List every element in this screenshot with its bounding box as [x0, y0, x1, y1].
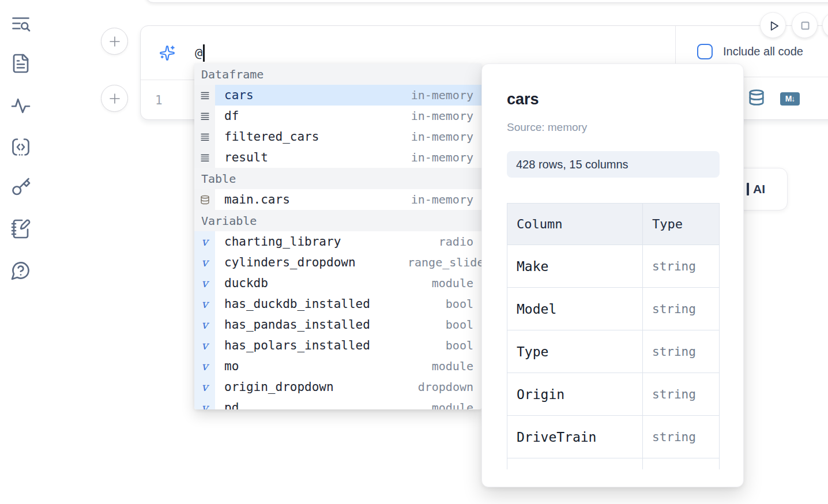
dataframe-icon: [194, 126, 215, 147]
autocomplete-item-main.cars[interactable]: main.carsin-memory: [194, 189, 481, 210]
activity-icon[interactable]: [10, 95, 31, 115]
autocomplete-item-type: module: [432, 401, 481, 409]
autocomplete-item-name: cars: [224, 88, 254, 102]
dataframe-icon: [194, 106, 215, 126]
autocomplete-item-type: bool: [446, 338, 481, 352]
schema-column-name: Make: [507, 245, 643, 288]
add-cell-above-button[interactable]: [101, 28, 128, 55]
schema-column-type: string: [643, 330, 720, 373]
autocomplete-item-cars[interactable]: carsin-memory: [194, 85, 481, 106]
schema-column-type: string: [643, 288, 720, 330]
autocomplete-item-name: has_duckdb_installed: [224, 297, 370, 311]
schema-row: Makestring: [507, 245, 720, 288]
autocomplete-item-name: origin_dropdown: [224, 380, 334, 394]
sidebar: [0, 0, 40, 504]
autocomplete-item-name: df: [224, 109, 239, 123]
autocomplete-item-type: in-memory: [411, 109, 481, 123]
sparkles-icon: [159, 45, 175, 61]
autocomplete-item-filtered_cars[interactable]: filtered_carsin-memory: [194, 126, 481, 147]
schema-column-name: Origin: [507, 373, 643, 416]
plus-icon: [108, 92, 122, 106]
popup-source: Source: memory: [507, 121, 718, 134]
markdown-icon[interactable]: M↓: [780, 92, 800, 106]
autocomplete-section-header: Dataframe: [194, 63, 481, 85]
autocomplete-item-name: has_polars_installed: [224, 338, 370, 352]
toc-search-icon[interactable]: [10, 14, 31, 35]
autocomplete-item-type: in-memory: [411, 88, 481, 102]
schema-column-type: string: [643, 373, 720, 416]
autocomplete-item-duckdb[interactable]: vduckdbmodule: [194, 273, 481, 294]
schema-column-name: Type: [507, 330, 643, 373]
shape-badge: 428 rows, 15 columns: [507, 151, 720, 178]
file-icon[interactable]: [10, 53, 31, 74]
autocomplete-item-type: in-memory: [411, 130, 481, 144]
autocomplete-item-type: module: [432, 359, 481, 373]
table-database-icon: [194, 189, 215, 210]
line-number: 1: [155, 93, 163, 107]
help-chat-icon[interactable]: [10, 260, 31, 281]
schema-column-type: [643, 458, 720, 470]
scratchpad-icon[interactable]: [10, 219, 31, 239]
schema-row: Originstring: [507, 373, 720, 416]
autocomplete-item-name: has_pandas_installed: [224, 318, 370, 332]
schema-column-name: DriveTrain: [507, 416, 643, 458]
stop-icon: [797, 18, 812, 33]
include-all-code-label: Include all code: [723, 45, 803, 58]
variable-icon: v: [194, 356, 215, 377]
plus-icon: [108, 35, 122, 48]
include-all-code-checkbox[interactable]: [697, 44, 713, 59]
database-icon[interactable]: [748, 89, 765, 108]
autocomplete-item-pd[interactable]: vpdmodule: [194, 397, 481, 409]
variable-icon: v: [194, 294, 215, 314]
dataframe-icon: [194, 85, 215, 106]
variable-icon: v: [194, 314, 215, 335]
run-cell-button[interactable]: [760, 12, 786, 38]
schema-column-name: [507, 458, 643, 470]
autocomplete-item-df[interactable]: dfin-memory: [194, 106, 481, 126]
previous-cell-edge: [145, 0, 828, 3]
autocomplete-item-mo[interactable]: vmomodule: [194, 356, 481, 377]
schema-row: DriveTrainstring: [507, 416, 720, 458]
autocomplete-dropdown: Dataframecarsin-memorydfin-memoryfiltere…: [194, 63, 481, 409]
schema-table-wrap: ColumnType MakestringModelstringTypestri…: [507, 203, 720, 469]
clipped-letter: [747, 183, 749, 195]
variable-icon: v: [194, 252, 215, 273]
key-icon[interactable]: [10, 177, 31, 198]
snippets-icon[interactable]: [10, 137, 31, 157]
autocomplete-item-name: result: [224, 151, 268, 164]
schema-col-header: Column: [507, 204, 643, 245]
autocomplete-item-has_polars_installed[interactable]: vhas_polars_installedbool: [194, 335, 481, 356]
dataframe-icon: [194, 147, 215, 168]
schema-column-name: Model: [507, 288, 643, 330]
schema-body: MakestringModelstringTypestringOriginstr…: [507, 245, 720, 470]
add-cell-below-button[interactable]: [101, 85, 128, 112]
autocomplete-item-name: pd: [224, 401, 239, 409]
dataframe-detail-popup: cars Source: memory 428 rows, 15 columns…: [481, 63, 744, 487]
schema-column-type: string: [643, 245, 720, 288]
autocomplete-item-has_duckdb_installed[interactable]: vhas_duckdb_installedbool: [194, 294, 481, 314]
autocomplete-item-charting_library[interactable]: vcharting_libraryradio: [194, 231, 481, 252]
text-caret: [203, 44, 205, 62]
autocomplete-item-origin_dropdown[interactable]: vorigin_dropdowndropdown: [194, 377, 481, 397]
autocomplete-item-has_pandas_installed[interactable]: vhas_pandas_installedbool: [194, 314, 481, 335]
schema-row: Modelstring: [507, 288, 720, 330]
schema-header-row: ColumnType: [507, 204, 720, 245]
stop-cell-button[interactable]: [792, 12, 818, 38]
autocomplete-item-result[interactable]: resultin-memory: [194, 147, 481, 168]
autocomplete-item-type: bool: [446, 318, 481, 332]
autocomplete-item-type: bool: [446, 297, 481, 311]
variable-icon: v: [194, 377, 215, 397]
autocomplete-list: Dataframecarsin-memorydfin-memoryfiltere…: [194, 63, 481, 409]
autocomplete-item-cylinders_dropdown[interactable]: vcylinders_dropdownrange_slider: [194, 252, 481, 273]
autocomplete-item-name: main.cars: [224, 193, 290, 206]
popup-title: cars: [507, 91, 718, 108]
schema-row: Typestring: [507, 330, 720, 373]
autocomplete-item-name: filtered_cars: [224, 130, 319, 144]
autocomplete-item-name: charting_library: [224, 235, 341, 249]
autocomplete-item-type: module: [432, 276, 481, 290]
ai-prompt-value: @: [195, 46, 202, 60]
autocomplete-item-name: duckdb: [224, 276, 268, 290]
autocomplete-item-type: range_slider: [408, 255, 481, 269]
variable-icon: v: [194, 397, 215, 409]
autocomplete-item-type: radio: [439, 235, 481, 249]
